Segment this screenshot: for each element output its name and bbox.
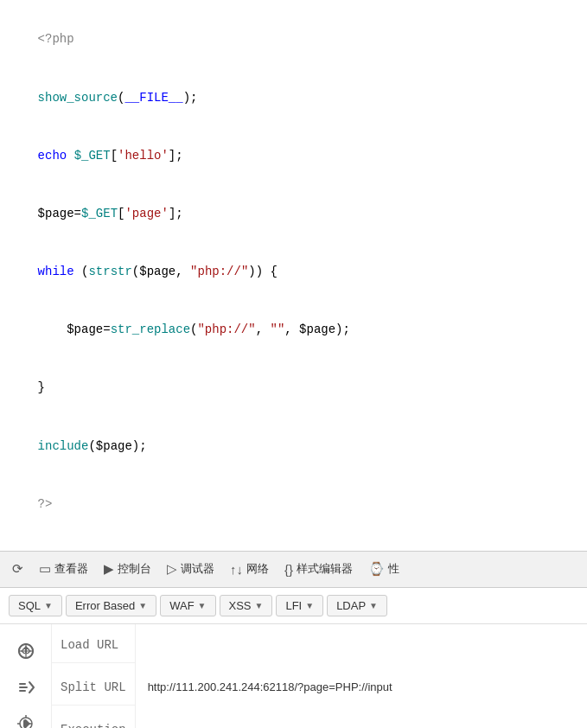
split-url-label[interactable]: Split URL xyxy=(52,670,135,706)
style-editor-label: 样式编辑器 xyxy=(297,561,353,577)
code-line-8: include($page); xyxy=(9,417,578,475)
tab-xss-label: XSS xyxy=(229,599,252,612)
split-url-icon[interactable] xyxy=(10,669,41,706)
code-line-6: $page=str_replace("php://", "", $page); xyxy=(9,301,578,359)
tab-lfi-label: LFI xyxy=(285,599,302,612)
url-display: http://111.200.241.244:62118/?page=PHP:/… xyxy=(136,624,587,728)
hackbar: SQL ▼ Error Based ▼ WAF ▼ XSS ▼ LFI ▼ LD… xyxy=(0,588,587,728)
performance-label: 性 xyxy=(388,561,399,577)
tab-lfi-arrow: ▼ xyxy=(305,601,314,610)
hackbar-actions-row: Load URL Split URL Execution http://111.… xyxy=(0,624,587,728)
devtools-toggle-icon: ⟳ xyxy=(12,561,23,577)
performance-tab[interactable]: ⌚ 性 xyxy=(361,558,406,580)
debugger-tab[interactable]: ▷ 调试器 xyxy=(160,558,221,580)
load-url-icon[interactable] xyxy=(10,633,41,669)
tab-error-based-label: Error Based xyxy=(75,599,135,612)
style-editor-tab[interactable]: {} 样式编辑器 xyxy=(278,558,360,580)
performance-icon: ⌚ xyxy=(368,561,385,577)
console-tab[interactable]: ▶ 控制台 xyxy=(97,558,158,580)
code-line-2: show_source(__FILE__); xyxy=(9,68,578,126)
execution-label[interactable]: Execution xyxy=(52,712,135,728)
execution-icon[interactable] xyxy=(10,706,41,728)
inspector-tab[interactable]: ▭ 查看器 xyxy=(32,558,95,580)
hackbar-tabs-row: SQL ▼ Error Based ▼ WAF ▼ XSS ▼ LFI ▼ LD… xyxy=(0,588,587,624)
network-label: 网络 xyxy=(246,561,269,577)
tab-ldap-label: LDAP xyxy=(336,599,366,612)
debugger-icon: ▷ xyxy=(167,561,177,577)
action-labels-col: Load URL Split URL Execution xyxy=(52,624,136,728)
console-icon: ▶ xyxy=(104,561,114,577)
code-panel: <?php show_source(__FILE__); echo $_GET[… xyxy=(0,0,587,552)
devtools-bar: ⟳ ▭ 查看器 ▶ 控制台 ▷ 调试器 ↑↓ 网络 {} 样式编辑器 ⌚ 性 xyxy=(0,552,587,588)
devtools-toggle-btn[interactable]: ⟳ xyxy=(5,558,30,580)
url-value: http://111.200.241.244:62118/?page=PHP:/… xyxy=(148,680,392,693)
inspector-icon: ▭ xyxy=(39,561,51,577)
tab-sql[interactable]: SQL ▼ xyxy=(9,595,62,616)
code-line-3: echo $_GET['hello']; xyxy=(9,126,578,184)
action-icons-col xyxy=(0,624,52,728)
tab-waf[interactable]: WAF ▼ xyxy=(160,595,215,616)
tab-lfi[interactable]: LFI ▼ xyxy=(276,595,323,616)
style-editor-icon: {} xyxy=(284,562,293,577)
code-line-7: } xyxy=(9,359,578,417)
code-line-5: while (strstr($page, "php://")) { xyxy=(9,243,578,301)
tab-xss-arrow: ▼ xyxy=(255,601,264,610)
tab-ldap[interactable]: LDAP ▼ xyxy=(327,595,387,616)
tab-error-based-arrow: ▼ xyxy=(138,601,147,610)
tab-waf-arrow: ▼ xyxy=(198,601,207,610)
tab-sql-label: SQL xyxy=(18,599,41,612)
code-line-4: $page=$_GET['page']; xyxy=(9,185,578,243)
network-tab[interactable]: ↑↓ 网络 xyxy=(223,558,276,580)
inspector-label: 查看器 xyxy=(54,561,88,577)
load-url-label[interactable]: Load URL xyxy=(52,628,135,663)
code-line-1: <?php xyxy=(9,10,578,68)
tab-error-based[interactable]: Error Based ▼ xyxy=(66,595,156,616)
network-icon: ↑↓ xyxy=(230,562,243,577)
console-label: 控制台 xyxy=(118,561,151,577)
tab-sql-arrow: ▼ xyxy=(44,601,53,610)
debugger-label: 调试器 xyxy=(181,561,214,577)
code-line-9: ?> xyxy=(9,475,578,533)
tab-ldap-arrow: ▼ xyxy=(369,601,378,610)
tab-xss[interactable]: XSS ▼ xyxy=(220,595,273,616)
tab-waf-label: WAF xyxy=(169,599,194,612)
